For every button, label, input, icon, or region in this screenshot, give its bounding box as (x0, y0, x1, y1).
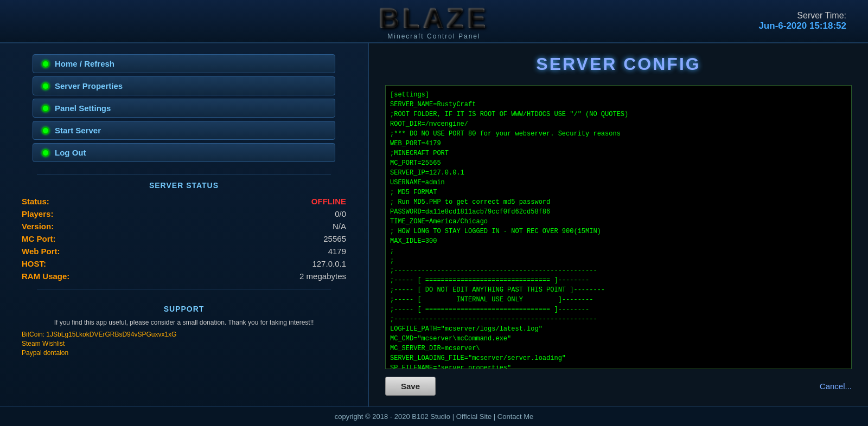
panel-settings-label: Panel Settings (55, 104, 111, 113)
cancel-link[interactable]: Cancel... (820, 382, 852, 391)
status-value: OFFLINE (311, 197, 346, 206)
players-value: 0/0 (335, 209, 346, 218)
footer: copyright © 2018 - 2020 B102 Studio | Of… (0, 406, 868, 426)
status-row-web-port: Web Port: 4179 (22, 245, 346, 257)
server-time-label: Server Time: (758, 11, 846, 21)
sidebar-divider-2 (37, 289, 331, 289)
log-out-status-dot (42, 149, 49, 157)
logo-text: BLAZE (379, 2, 489, 35)
server-properties-button[interactable]: Server Properties (33, 76, 335, 95)
status-table: Status: OFFLINE Players: 0/0 Version: N/… (22, 195, 346, 282)
logo-area: BLAZE Minecraft Control Panel (379, 2, 489, 40)
server-status-title: SERVER STATUS (22, 181, 346, 190)
start-server-status-dot (42, 127, 49, 134)
home-status-dot (42, 60, 49, 68)
bitcoin-link[interactable]: BitCoin: 1JSbLg15LkokDVErGRBsD94vSPGuxvx… (22, 331, 346, 338)
sidebar: Home / Refresh Server Properties Panel S… (0, 43, 369, 406)
nav-buttons: Home / Refresh Server Properties Panel S… (0, 43, 368, 167)
save-button[interactable]: Save (385, 377, 436, 396)
paypal-link[interactable]: Paypal dontaion (22, 349, 346, 357)
version-value: N/A (333, 222, 346, 231)
home-refresh-button[interactable]: Home / Refresh (33, 54, 335, 73)
panel-settings-status-dot (42, 105, 49, 112)
web-port-value: 4179 (328, 247, 346, 256)
server-status-section: SERVER STATUS Status: OFFLINE Players: 0… (0, 181, 368, 282)
host-value: 127.0.0.1 (312, 259, 346, 268)
config-textarea[interactable] (386, 86, 851, 369)
ram-value: 2 megabytes (299, 272, 346, 281)
server-time-value: Jun-6-2020 15:18:52 (758, 21, 846, 31)
steam-link[interactable]: Steam Wishlist (22, 340, 346, 347)
main-layout: Home / Refresh Server Properties Panel S… (0, 43, 868, 406)
status-row-players: Players: 0/0 (22, 208, 346, 220)
config-editor-container (385, 85, 852, 369)
panel-settings-button[interactable]: Panel Settings (33, 99, 335, 118)
log-out-label: Log Out (55, 148, 86, 157)
status-row-host: HOST: 127.0.0.1 (22, 257, 346, 270)
support-title: SUPPORT (22, 305, 346, 313)
ram-label: RAM Usage: (22, 272, 69, 281)
status-row-status: Status: OFFLINE (22, 195, 346, 208)
home-refresh-label: Home / Refresh (55, 59, 114, 68)
start-server-button[interactable]: Start Server (33, 121, 335, 140)
mc-port-value: 25565 (323, 234, 346, 243)
footer-text: copyright © 2018 - 2020 B102 Studio | Of… (335, 412, 534, 421)
page-title: SERVER CONFIG (385, 54, 852, 74)
mc-port-label: MC Port: (22, 234, 56, 243)
header: BLAZE Minecraft Control Panel Server Tim… (0, 0, 868, 43)
version-label: Version: (22, 222, 54, 231)
sidebar-divider-1 (37, 174, 331, 175)
log-out-button[interactable]: Log Out (33, 143, 335, 162)
status-row-version: Version: N/A (22, 220, 346, 233)
action-row: Save Cancel... (385, 377, 852, 396)
server-time-container: Server Time: Jun-6-2020 15:18:52 (758, 11, 846, 31)
status-row-mc-port: MC Port: 25565 (22, 233, 346, 245)
host-label: HOST: (22, 259, 46, 268)
logo-subtitle: Minecraft Control Panel (387, 33, 480, 40)
players-label: Players: (22, 209, 53, 218)
status-row-ram: RAM Usage: 2 megabytes (22, 270, 346, 282)
support-section: SUPPORT If you find this app useful, ple… (0, 305, 368, 358)
main-content: SERVER CONFIG Save Cancel... (369, 43, 868, 406)
status-label: Status: (22, 197, 49, 206)
server-properties-label: Server Properties (55, 81, 123, 91)
web-port-label: Web Port: (22, 247, 60, 256)
start-server-label: Start Server (55, 126, 101, 135)
server-props-status-dot (42, 82, 49, 90)
support-text: If you find this app useful, please cons… (22, 318, 346, 327)
